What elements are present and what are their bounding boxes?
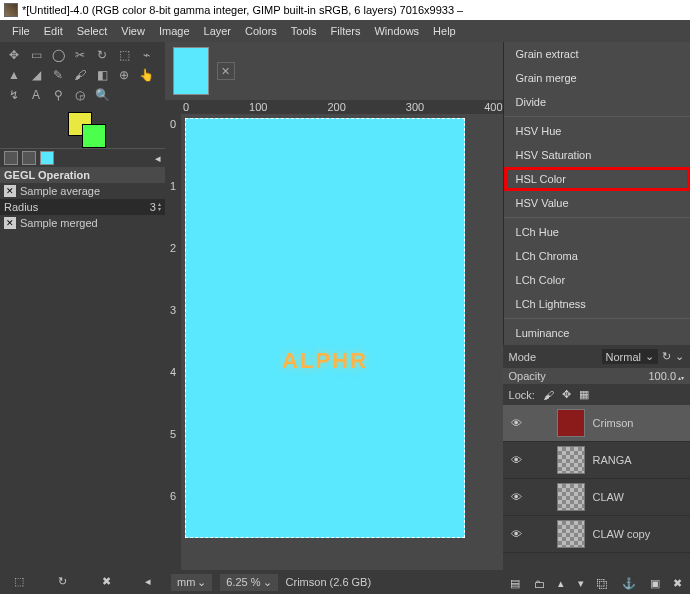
menu-image[interactable]: Image <box>153 23 196 39</box>
sample-merged-row[interactable]: ✕ Sample merged <box>0 215 165 231</box>
lock-alpha-icon[interactable]: ▦ <box>579 388 589 401</box>
opacity-value: 100.0 <box>648 370 676 382</box>
sample-merged-checkbox[interactable]: ✕ <box>4 217 16 229</box>
chevron-down-icon[interactable]: ⌄ <box>675 350 684 363</box>
menu-layer[interactable]: Layer <box>198 23 238 39</box>
tab-tool-options[interactable] <box>4 151 18 165</box>
ruler-vertical: 0 1 2 3 4 5 6 <box>165 114 181 570</box>
reset-icon[interactable]: ◂ <box>145 575 151 588</box>
layer-row[interactable]: 👁CLAW <box>503 479 690 516</box>
lock-position-icon[interactable]: ✥ <box>562 388 571 401</box>
menu-edit[interactable]: Edit <box>38 23 69 39</box>
close-image-icon[interactable]: ✕ <box>217 62 235 80</box>
ruler-horizontal: 0 100 200 300 400 <box>165 100 503 114</box>
tool-bucket[interactable]: ▲ <box>4 66 24 84</box>
opacity-row[interactable]: Opacity 100.0 ▴▾ <box>503 368 690 384</box>
visibility-icon[interactable]: 👁 <box>509 454 525 466</box>
blend-mode-lch-hue[interactable]: LCh Hue <box>504 220 690 244</box>
tool-smudge[interactable]: 👆 <box>136 66 156 84</box>
blend-mode-lch-color[interactable]: LCh Color <box>504 268 690 292</box>
blend-mode-divide[interactable]: Divide <box>504 90 690 114</box>
delete-layer-icon[interactable]: ✖ <box>673 577 682 590</box>
chevron-down-icon: ⌄ <box>263 576 272 589</box>
tool-crop[interactable]: ✂ <box>70 46 90 64</box>
menu-select[interactable]: Select <box>71 23 114 39</box>
menu-windows[interactable]: Windows <box>368 23 425 39</box>
radius-label: Radius <box>4 201 38 213</box>
blend-mode-hsl-color[interactable]: HSL Color <box>504 167 690 191</box>
menu-view[interactable]: View <box>115 23 151 39</box>
tool-rect-select[interactable]: ▭ <box>26 46 46 64</box>
save-tool-preset-icon[interactable]: ⬚ <box>14 575 24 588</box>
opacity-spinner[interactable]: ▴▾ <box>678 370 684 382</box>
radius-row[interactable]: Radius 3 ▴▾ <box>0 199 165 215</box>
menu-file[interactable]: File <box>6 23 36 39</box>
delete-icon[interactable]: ✖ <box>102 575 111 588</box>
opacity-label: Opacity <box>509 370 546 382</box>
tool-move[interactable]: ✥ <box>4 46 24 64</box>
lower-layer-icon[interactable]: ▾ <box>578 577 584 590</box>
tool-clone[interactable]: ⊕ <box>114 66 134 84</box>
blend-mode-grain-merge[interactable]: Grain merge <box>504 66 690 90</box>
chevron-down-icon: ⌄ <box>197 576 206 589</box>
visibility-icon[interactable]: 👁 <box>509 528 525 540</box>
tool-gradient[interactable]: ◢ <box>26 66 46 84</box>
tool-zoom[interactable]: 🔍 <box>92 86 112 104</box>
blend-mode-hsv-saturation[interactable]: HSV Saturation <box>504 143 690 167</box>
color-swatches[interactable] <box>0 108 165 148</box>
raise-layer-icon[interactable]: ▴ <box>558 577 564 590</box>
duplicate-layer-icon[interactable]: ⿻ <box>597 578 608 590</box>
layer-row[interactable]: 👁Crimson <box>503 405 690 442</box>
titlebar: *[Untitled]-4.0 (RGB color 8-bit gamma i… <box>0 0 690 20</box>
tool-eraser[interactable]: ◧ <box>92 66 112 84</box>
tab-images[interactable] <box>40 151 54 165</box>
mask-icon[interactable]: ▣ <box>650 577 660 590</box>
tool-free-select[interactable]: ◯ <box>48 46 68 64</box>
status-info: Crimson (2.6 GB) <box>286 576 372 588</box>
mode-switch-icon[interactable]: ↻ <box>662 350 671 363</box>
tool-transform[interactable]: ⬚ <box>114 46 134 64</box>
layer-row[interactable]: 👁RANGA <box>503 442 690 479</box>
menu-colors[interactable]: Colors <box>239 23 283 39</box>
canvas-text: ALPHR <box>282 348 368 374</box>
mode-dropdown[interactable]: Normal⌄ <box>602 349 658 364</box>
mode-label: Mode <box>509 351 537 363</box>
image-thumbnail[interactable] <box>173 47 209 95</box>
blend-mode-lch-chroma[interactable]: LCh Chroma <box>504 244 690 268</box>
menu-tools[interactable]: Tools <box>285 23 323 39</box>
tool-picker[interactable]: ⚲ <box>48 86 68 104</box>
bg-color[interactable] <box>82 124 106 148</box>
menu-filters[interactable]: Filters <box>325 23 367 39</box>
sample-average-checkbox[interactable]: ✕ <box>4 185 16 197</box>
new-group-icon[interactable]: 🗀 <box>534 578 545 590</box>
unit-selector[interactable]: mm⌄ <box>171 574 212 591</box>
mode-row: Mode Normal⌄ ↻ ⌄ <box>503 345 690 368</box>
blend-mode-grain-extract[interactable]: Grain extract <box>504 42 690 66</box>
tool-pencil[interactable]: ✎ <box>48 66 68 84</box>
tool-measure[interactable]: ◶ <box>70 86 90 104</box>
tool-rotate[interactable]: ↻ <box>92 46 112 64</box>
merge-layer-icon[interactable]: ⚓ <box>622 577 636 590</box>
new-layer-icon[interactable]: ▤ <box>510 577 520 590</box>
restore-icon[interactable]: ↻ <box>58 575 67 588</box>
menu-help[interactable]: Help <box>427 23 462 39</box>
tab-device[interactable] <box>22 151 36 165</box>
blend-mode-hsv-value[interactable]: HSV Value <box>504 191 690 215</box>
sample-average-row[interactable]: ✕ Sample average <box>0 183 165 199</box>
visibility-icon[interactable]: 👁 <box>509 491 525 503</box>
blend-mode-hsv-hue[interactable]: HSV Hue <box>504 119 690 143</box>
zoom-selector[interactable]: 6.25 %⌄ <box>220 574 277 591</box>
visibility-icon[interactable]: 👁 <box>509 417 525 429</box>
tool-path[interactable]: ↯ <box>4 86 24 104</box>
left-dock: ✥ ▭ ◯ ✂ ↻ ⬚ ⌁ ▲ ◢ ✎ 🖌 ◧ ⊕ 👆 ↯ A ⚲ <box>0 42 165 594</box>
tab-menu-icon[interactable]: ◂ <box>155 152 161 165</box>
tool-text[interactable]: A <box>26 86 46 104</box>
lock-pixels-icon[interactable]: 🖌 <box>543 389 554 401</box>
blend-mode-lch-lightness[interactable]: LCh Lightness <box>504 292 690 316</box>
blend-mode-luminance[interactable]: Luminance <box>504 321 690 345</box>
radius-spinner[interactable]: ▴▾ <box>158 202 161 212</box>
canvas[interactable]: ALPHR <box>185 118 465 538</box>
layer-row[interactable]: 👁CLAW copy <box>503 516 690 553</box>
tool-warp[interactable]: ⌁ <box>136 46 156 64</box>
tool-brush[interactable]: 🖌 <box>70 66 90 84</box>
